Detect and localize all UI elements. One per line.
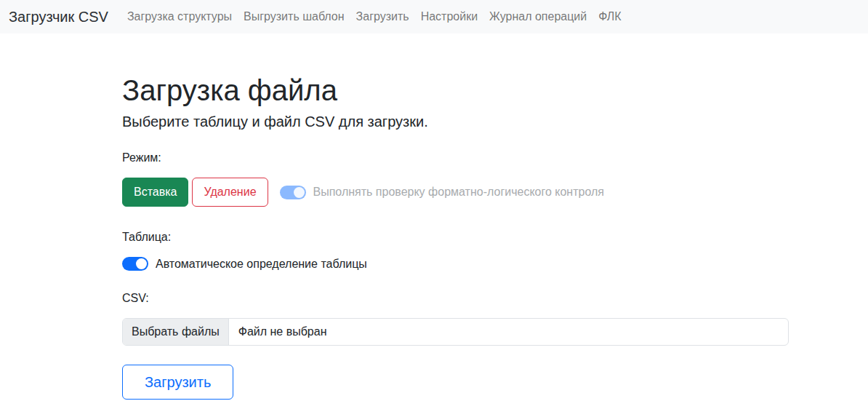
- toggle-knob: [294, 187, 305, 198]
- mode-group: Режим: Вставка Удаление Выполнять провер…: [122, 151, 868, 207]
- nav-item-upload[interactable]: Загрузить: [350, 4, 415, 29]
- flk-check-toggle[interactable]: [280, 186, 306, 199]
- csv-label: CSV:: [122, 292, 868, 305]
- mode-row: Вставка Удаление Выполнять проверку форм…: [122, 178, 868, 207]
- main-content: Загрузка файла Выберите таблицу и файл C…: [0, 33, 868, 400]
- nav-links: Загрузка структуры Выгрузить шаблон Загр…: [121, 4, 627, 29]
- toggle-knob: [136, 258, 147, 269]
- auto-table-toggle[interactable]: [122, 257, 148, 271]
- nav-item-structure-upload[interactable]: Загрузка структуры: [121, 4, 238, 29]
- delete-mode-button[interactable]: Удаление: [192, 178, 268, 207]
- nav-item-settings[interactable]: Настройки: [415, 4, 483, 29]
- page-title: Загрузка файла: [122, 73, 868, 108]
- navbar: Загрузчик CSV Загрузка структуры Выгрузи…: [0, 0, 868, 33]
- flk-toggle-wrap: Выполнять проверку форматно-логического …: [280, 186, 604, 199]
- mode-label: Режим:: [122, 151, 868, 164]
- flk-check-label: Выполнять проверку форматно-логического …: [313, 186, 604, 199]
- nav-item-flk[interactable]: ФЛК: [592, 4, 627, 29]
- table-label: Таблица:: [122, 231, 868, 244]
- choose-files-button[interactable]: Выбрать файлы: [123, 319, 229, 345]
- auto-table-toggle-wrap: Автоматическое определение таблицы: [122, 257, 868, 271]
- csv-file-input[interactable]: Выбрать файлы Файл не выбран: [122, 318, 789, 346]
- nav-item-export-template[interactable]: Выгрузить шаблон: [238, 4, 350, 29]
- file-status-text: Файл не выбран: [229, 319, 337, 345]
- csv-group: CSV: Выбрать файлы Файл не выбран: [122, 292, 868, 346]
- auto-table-label: Автоматическое определение таблицы: [156, 258, 367, 271]
- insert-mode-button[interactable]: Вставка: [122, 178, 188, 207]
- page-subtitle: Выберите таблицу и файл CSV для загрузки…: [122, 114, 868, 130]
- nav-item-operations-log[interactable]: Журнал операций: [483, 4, 592, 29]
- brand[interactable]: Загрузчик CSV: [9, 9, 108, 25]
- table-group: Таблица: Автоматическое определение табл…: [122, 231, 868, 271]
- upload-button[interactable]: Загрузить: [122, 365, 233, 400]
